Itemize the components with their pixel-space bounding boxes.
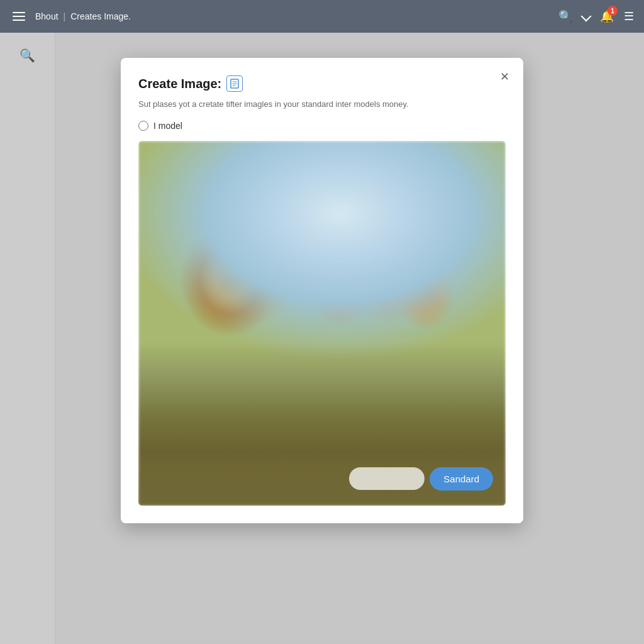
image-container: Sandard (138, 141, 506, 506)
i-model-label[interactable]: I model (153, 121, 182, 131)
chevron-down-icon[interactable] (582, 10, 590, 23)
modal-subtitle: Sut plases yot a cretate tifter imagles … (138, 98, 506, 111)
i-model-radio[interactable] (138, 121, 148, 131)
modal-title-row: Create Image: (138, 75, 506, 92)
breadcrumb-home[interactable]: Bhout (35, 11, 58, 21)
breadcrumb-separator: | (64, 11, 66, 21)
hamburger-button[interactable] (10, 9, 28, 23)
sandard-button[interactable]: Sandard (430, 467, 493, 491)
modal-overlay: ✕ Create Image: Sut plases yot a cretate… (0, 33, 644, 644)
search-icon[interactable]: 🔍 (558, 9, 572, 23)
topbar-right-actions: 🔍 🔔 1 ☰ (558, 9, 634, 23)
modal-close-button[interactable]: ✕ (496, 68, 513, 86)
create-image-modal: ✕ Create Image: Sut plases yot a cretate… (121, 58, 523, 523)
notification-badge: 1 (608, 6, 618, 16)
breadcrumb-current: Creates Image. (70, 11, 131, 21)
main-area: 🔍 ✕ Create Image: Sut plases yot a creta… (0, 33, 644, 644)
modal-title-icon (226, 75, 243, 92)
image-placeholder: Sandard (138, 141, 506, 506)
breadcrumb: Bhout | Creates Image. (35, 11, 131, 21)
foreground-overlay (138, 405, 506, 506)
topbar: Bhout | Creates Image. 🔍 🔔 1 ☰ (0, 0, 644, 33)
main-menu-icon[interactable]: ☰ (624, 9, 634, 23)
modal-title: Create Image: (138, 77, 221, 91)
image-overlay-controls: Sandard (349, 467, 493, 491)
notification-bell-icon[interactable]: 🔔 1 (600, 9, 614, 23)
image-text-input[interactable] (349, 467, 425, 490)
radio-row: I model (138, 121, 506, 131)
